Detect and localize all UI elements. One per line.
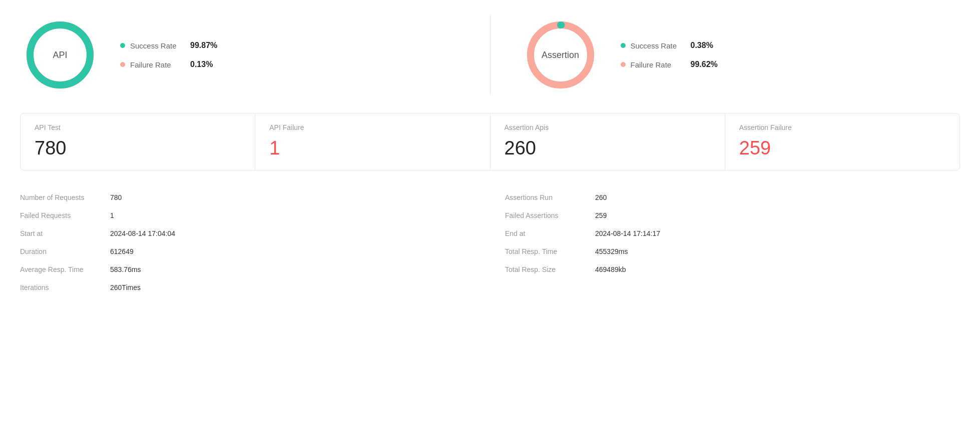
left-detail-row-5: Iterations 260Times <box>20 278 475 296</box>
stat-card-3: Assertion Failure 259 <box>725 114 959 170</box>
left-detail-row-1: Failed Requests 1 <box>20 206 475 224</box>
left-detail-value-2: 2024-08-14 17:04:04 <box>110 230 175 238</box>
right-detail-value-3: 455329ms <box>595 248 628 256</box>
left-detail-value-1: 1 <box>110 212 114 220</box>
stat-card-value-0: 780 <box>35 138 241 159</box>
assertion-success-value: 0.38% <box>691 41 713 50</box>
left-detail-row-2: Start at 2024-08-14 17:04:04 <box>20 224 475 242</box>
left-detail-row-0: Number of Requests 780 <box>20 188 475 206</box>
stat-card-label-1: API Failure <box>269 124 475 132</box>
left-detail-value-3: 612649 <box>110 248 134 256</box>
left-detail-label-0: Number of Requests <box>20 194 110 202</box>
assertion-failure-legend-item: Failure Rate 99.62% <box>621 60 718 69</box>
api-donut-chart: API <box>20 15 100 95</box>
right-detail-label-4: Total Resp. Size <box>505 266 595 274</box>
right-detail-label-1: Failed Assertions <box>505 212 595 220</box>
api-legend: Success Rate 99.87% Failure Rate 0.13% <box>120 41 217 69</box>
left-detail-value-0: 780 <box>110 194 122 202</box>
right-detail-label-0: Assertions Run <box>505 194 595 202</box>
assertion-donut-chart: Assertion <box>521 15 601 95</box>
stat-card-0: API Test 780 <box>21 114 255 170</box>
left-detail-label-1: Failed Requests <box>20 212 110 220</box>
right-detail-row-1: Failed Assertions 259 <box>505 206 960 224</box>
details-section: Number of Requests 780 Failed Requests 1… <box>20 188 960 296</box>
stat-card-label-2: Assertion Apis <box>505 124 711 132</box>
api-success-value: 99.87% <box>190 41 217 50</box>
right-detail-label-2: End at <box>505 230 595 238</box>
right-detail-label-3: Total Resp. Time <box>505 248 595 256</box>
right-detail-value-2: 2024-08-14 17:14:17 <box>595 230 660 238</box>
left-detail-row-4: Average Resp. Time 583.76ms <box>20 260 475 278</box>
stat-card-1: API Failure 1 <box>255 114 490 170</box>
vertical-divider <box>490 15 491 95</box>
api-donut-label: API <box>53 50 67 60</box>
left-detail-row-3: Duration 612649 <box>20 242 475 260</box>
assertion-success-dot <box>621 43 626 48</box>
stat-cards: API Test 780 API Failure 1 Assertion Api… <box>20 113 960 170</box>
left-detail-label-2: Start at <box>20 230 110 238</box>
api-failure-label: Failure Rate <box>130 60 185 69</box>
api-success-label: Success Rate <box>130 42 185 50</box>
right-detail-row-0: Assertions Run 260 <box>505 188 960 206</box>
assertion-failure-label: Failure Rate <box>631 60 686 69</box>
right-detail-value-4: 469489kb <box>595 266 626 274</box>
assertion-chart-block: Assertion Success Rate 0.38% Failure Rat… <box>521 15 960 95</box>
left-detail-value-4: 583.76ms <box>110 266 141 274</box>
stat-card-label-3: Assertion Failure <box>739 124 945 132</box>
right-detail-row-4: Total Resp. Size 469489kb <box>505 260 960 278</box>
api-failure-dot <box>120 62 125 67</box>
top-section: API Success Rate 99.87% Failure Rate 0.1… <box>20 15 960 95</box>
stat-card-value-3: 259 <box>739 138 945 159</box>
right-details-col: Assertions Run 260 Failed Assertions 259… <box>505 188 960 296</box>
assertion-failure-dot <box>621 62 626 67</box>
left-detail-label-5: Iterations <box>20 284 110 292</box>
api-failure-legend-item: Failure Rate 0.13% <box>120 60 217 69</box>
right-detail-row-2: End at 2024-08-14 17:14:17 <box>505 224 960 242</box>
api-chart-block: API Success Rate 99.87% Failure Rate 0.1… <box>20 15 460 95</box>
stat-card-label-0: API Test <box>35 124 241 132</box>
api-failure-value: 0.13% <box>190 60 213 69</box>
right-detail-value-1: 259 <box>595 212 607 220</box>
left-detail-value-5: 260Times <box>110 284 141 292</box>
assertion-failure-value: 99.62% <box>691 60 718 69</box>
assertion-donut-label: Assertion <box>542 50 579 60</box>
right-detail-row-3: Total Resp. Time 455329ms <box>505 242 960 260</box>
left-details-col: Number of Requests 780 Failed Requests 1… <box>20 188 475 296</box>
assertion-success-label: Success Rate <box>631 42 686 50</box>
left-detail-label-4: Average Resp. Time <box>20 266 110 274</box>
stat-card-value-2: 260 <box>505 138 711 159</box>
stat-card-value-1: 1 <box>269 138 475 159</box>
right-detail-value-0: 260 <box>595 194 607 202</box>
assertion-legend: Success Rate 0.38% Failure Rate 99.62% <box>621 41 718 69</box>
api-success-legend-item: Success Rate 99.87% <box>120 41 217 50</box>
assertion-success-legend-item: Success Rate 0.38% <box>621 41 718 50</box>
stat-card-2: Assertion Apis 260 <box>491 114 725 170</box>
left-detail-label-3: Duration <box>20 248 110 256</box>
api-success-dot <box>120 43 125 48</box>
